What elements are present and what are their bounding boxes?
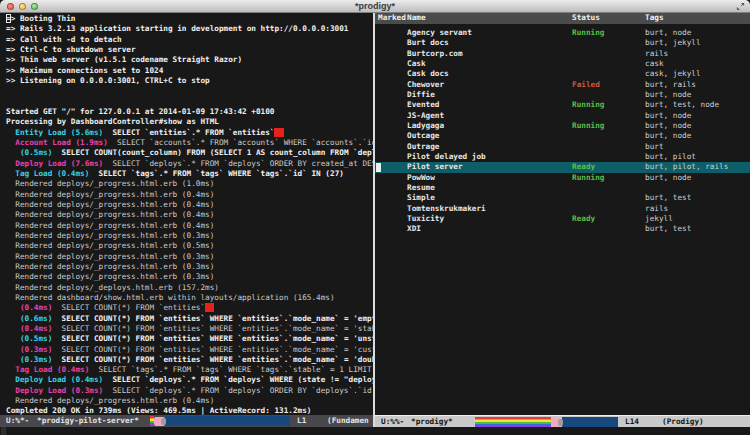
service-status: Ready — [572, 162, 595, 172]
terminal-line: Account Load (1.9ms) SELECT `accounts`.*… — [6, 138, 373, 148]
modeline-left-mode: (Fundamen — [327, 416, 369, 425]
modeline-right-line: L14 — [625, 417, 639, 426]
terminal-line — [6, 86, 373, 96]
service-name: Cask docs — [407, 69, 449, 79]
service-tags: jekyll — [645, 214, 673, 224]
terminal-line: Deploy Load (0.4ms) SELECT `deploys`.* F… — [6, 375, 373, 385]
modeline-right-flags: U:%%- — [381, 417, 404, 426]
service-name: Simple — [407, 193, 435, 203]
service-row[interactable]: Cask docscask, jekyll — [375, 69, 750, 79]
service-name: Cask — [407, 59, 426, 69]
terminal-line: (0.3ms) SELECT COUNT(*) FROM `entities` … — [6, 355, 373, 365]
terminal-line: >> Listening on 0.0.0.0:3001, CTRL+C to … — [6, 76, 373, 86]
service-row[interactable]: ChewoverFailedburt, rails — [375, 80, 750, 90]
service-tags: burt, pilot, rails — [645, 162, 728, 172]
service-row[interactable]: Pilot delayed jobburt, pilot — [375, 152, 750, 162]
terminal-line: Rendered deploys/_progress.html.erb (0.4… — [6, 210, 373, 220]
service-row[interactable]: Burt docsburt, jekyll — [375, 38, 750, 48]
terminal-line: (0.3ms) SELECT COUNT(*) FROM `entities` … — [6, 345, 373, 355]
terminal-line: Rendered deploys/_deploys.html.erb (157.… — [6, 283, 373, 293]
services-table-header: MarkedNameStatusTags — [375, 13, 750, 24]
nyan-space — [165, 416, 290, 426]
service-name: Pilot server — [407, 162, 463, 172]
service-row[interactable]: Pilot serverReadyburt, pilot, rails — [375, 162, 750, 172]
terminal-line: Entity Load (5.6ms) SELECT `entities`.* … — [6, 128, 373, 138]
terminal-line: Tag Load (0.4ms) SELECT `tags`.* FROM `t… — [6, 365, 373, 375]
terminal-line: => Ctrl-C to shutdown server — [6, 45, 373, 55]
service-name: Chewover — [407, 80, 444, 90]
service-row[interactable]: Caskcask — [375, 59, 750, 69]
service-tags: burt, node — [645, 28, 691, 38]
terminal-line: (0.5ms) SELECT COUNT(count_column) FROM … — [6, 148, 373, 158]
service-status: Running — [572, 121, 604, 131]
terminal-line: Rendered deploys/_progress.html.erb (0.4… — [6, 396, 373, 406]
service-name: PowWow — [407, 173, 435, 183]
service-row[interactable]: Burtcorp.comrails — [375, 49, 750, 59]
service-row[interactable]: JS-Agentburt, node — [375, 111, 750, 121]
service-tags: rails — [645, 49, 668, 59]
service-row[interactable]: LadygagaRunningburt, node — [375, 121, 750, 131]
terminal-line: Processing by DashboardController#show a… — [6, 117, 373, 127]
service-tags: burt, node — [645, 131, 691, 141]
service-row[interactable]: PowWowRunningburt, node — [375, 173, 750, 183]
nyan-progress-bar — [150, 416, 290, 426]
service-row[interactable]: TuxicityReadyjekyll — [375, 214, 750, 224]
server-log-pane[interactable]: => Booting Thin=> Rails 3.2.13 applicati… — [0, 13, 373, 415]
terminal-line: (0.6ms) SELECT COUNT(*) FROM `entities` … — [6, 314, 373, 324]
fullscreen-icon[interactable] — [736, 2, 745, 11]
terminal-line: Rendered deploys/_progress.html.erb (0.3… — [6, 231, 373, 241]
service-row[interactable]: Agency servantRunningburt, node — [375, 28, 750, 38]
service-tags: cask, jekyll — [645, 69, 701, 79]
service-row[interactable]: XDIburt, test — [375, 224, 750, 234]
terminal-line: Rendered deploys/_progress.html.erb (1.0… — [6, 179, 373, 189]
service-tags: burt, pilot — [645, 152, 696, 162]
column-header-name: Name — [407, 13, 426, 23]
terminal-line: Deploy Load (0.3ms) SELECT `deploys`.* F… — [6, 386, 373, 396]
terminal-line: Rendered deploys/_progress.html.erb (0.5… — [6, 241, 373, 251]
terminal-line: Rendered deploys/_progress.html.erb (0.4… — [6, 221, 373, 231]
terminal-line: Deploy Load (7.6ms) SELECT `deploys`.* F… — [6, 159, 373, 169]
minibuffer[interactable] — [0, 427, 750, 435]
window-titlebar[interactable]: *prodigy* — [0, 0, 750, 13]
services-table-body: Agency servantRunningburt, nodeBurt docs… — [375, 28, 750, 235]
column-header-tags: Tags — [645, 13, 664, 23]
service-row[interactable]: Tomtenskrukmakerirails — [375, 204, 750, 214]
service-name: Outcage — [407, 131, 439, 141]
service-name: Ladygaga — [407, 121, 444, 131]
terminal-line: >> Maximum connections set to 1024 — [6, 66, 373, 76]
service-row[interactable]: Resume — [375, 183, 750, 193]
service-row[interactable]: Outcageburt, node — [375, 131, 750, 141]
service-name: Agency servant — [407, 28, 472, 38]
service-row[interactable]: Simpleburt, test — [375, 193, 750, 203]
column-header-marked: Marked — [378, 13, 406, 23]
service-tags: cask — [645, 59, 664, 69]
modeline-right: U:%%- *prodigy* L14 (Prodigy) — [375, 415, 750, 427]
service-status: Running — [572, 173, 604, 183]
service-tags: burt — [645, 142, 664, 152]
service-name: Pilot delayed job — [407, 152, 486, 162]
service-tags: burt, node — [645, 90, 691, 100]
terminal-line: => Call with -d to detach — [6, 35, 373, 45]
nyan-progress-bar — [475, 417, 618, 427]
service-tags: burt, test, node — [645, 100, 719, 110]
nyan-rainbow — [475, 417, 551, 427]
modeline-left-buffer: *prodigy-pilot-server* — [37, 416, 139, 425]
modeline-right-buffer: *prodigy* — [411, 417, 453, 426]
service-row[interactable]: Diffieburt, node — [375, 90, 750, 100]
service-status: Ready — [572, 214, 595, 224]
terminal-line: (0.5ms) SELECT COUNT(*) FROM `entities` … — [6, 334, 373, 344]
service-row[interactable]: Outrageburt — [375, 142, 750, 152]
service-tags: burt, node — [645, 121, 691, 131]
service-row[interactable]: EventedRunningburt, test, node — [375, 100, 750, 110]
nyan-cat-icon — [154, 417, 165, 426]
terminal-line: (0.4ms) SELECT COUNT(*) FROM `entities` … — [6, 324, 373, 334]
window-title: *prodigy* — [0, 1, 750, 11]
service-status: Running — [572, 28, 604, 38]
service-name: Diffie — [407, 90, 435, 100]
service-status: Failed — [572, 80, 600, 90]
modeline-left-line: L1 — [297, 416, 306, 425]
prodigy-services-pane[interactable]: MarkedNameStatusTags Agency servantRunni… — [375, 13, 750, 415]
terminal-line: Rendered deploys/_progress.html.erb (0.3… — [6, 272, 373, 282]
minibuffer-cursor — [1, 427, 6, 435]
terminal-window: *prodigy* => Booting Thin=> Rails 3.2.13… — [0, 0, 750, 435]
